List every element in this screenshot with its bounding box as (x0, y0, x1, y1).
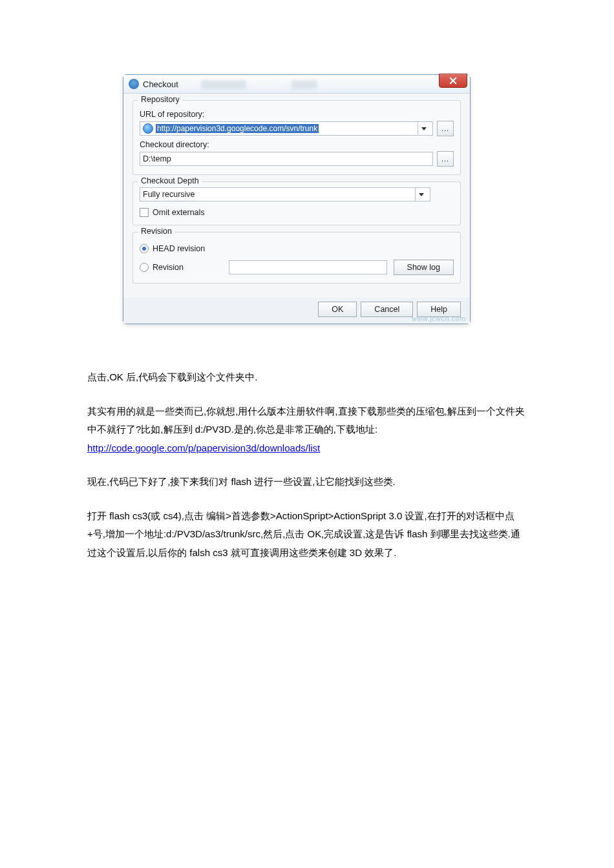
app-icon (129, 79, 139, 89)
depth-group-label: Checkout Depth (138, 176, 202, 185)
omit-externals-checkbox[interactable]: Omit externals (140, 208, 454, 217)
button-row: OK Cancel Help www.jcwcn.com (123, 298, 470, 324)
url-label: URL of repository: (140, 110, 454, 119)
radio-checked-icon (140, 244, 149, 253)
blur-decoration (201, 80, 246, 89)
window-title: Checkout (143, 79, 178, 89)
paragraph: 打开 flash cs3(或 cs4),点击 编辑>首选参数>ActionSpr… (87, 507, 527, 563)
browse-dir-button[interactable]: ... (437, 151, 454, 167)
paragraph: 点击,OK 后,代码会下载到这个文件夹中. (87, 368, 527, 387)
article-text: 点击,OK 后,代码会下载到这个文件夹中. 其实有用的就是一些类而已,你就想,用… (87, 368, 527, 562)
head-revision-label: HEAD revision (153, 244, 205, 253)
revision-group: Revision HEAD revision Revision Show log (132, 232, 461, 284)
browse-url-button[interactable]: ... (437, 121, 454, 136)
directory-value: D:\temp (143, 154, 171, 163)
depth-group: Checkout Depth Fully recursive Omit exte… (132, 181, 461, 225)
repository-group: Repository URL of repository: http://pap… (132, 100, 461, 175)
earth-icon (143, 123, 153, 134)
cancel-button[interactable]: Cancel (361, 302, 413, 317)
blur-decoration (291, 80, 317, 89)
titlebar[interactable]: Checkout (123, 75, 470, 94)
revision-label: Revision (153, 263, 184, 272)
revision-input[interactable] (229, 260, 387, 274)
show-log-button[interactable]: Show log (394, 260, 454, 275)
directory-input[interactable]: D:\temp (140, 152, 433, 166)
url-combo[interactable]: http://papervision3d.googlecode.com/svn/… (140, 121, 433, 136)
omit-externals-label: Omit externals (153, 208, 205, 217)
revision-radio[interactable]: Revision (140, 263, 184, 272)
dir-label: Checkout directory: (140, 140, 454, 149)
chevron-down-icon[interactable] (418, 122, 430, 135)
dialog-body: Repository URL of repository: http://pap… (123, 94, 470, 298)
close-icon (449, 77, 457, 85)
chevron-down-icon[interactable] (415, 188, 427, 201)
repository-group-label: Repository (138, 95, 182, 104)
ok-button[interactable]: OK (318, 302, 357, 317)
depth-combo[interactable]: Fully recursive (140, 187, 430, 202)
depth-value: Fully recursive (143, 190, 195, 199)
url-value: http://papervision3d.googlecode.com/svn/… (156, 124, 319, 133)
checkout-dialog: Checkout Repository URL of repository: h… (123, 74, 471, 324)
radio-icon (140, 263, 149, 272)
close-button[interactable] (439, 74, 467, 88)
download-link[interactable]: http://code.google.com/p/papervision3d/d… (87, 442, 320, 453)
revision-group-label: Revision (138, 227, 175, 236)
head-revision-radio[interactable]: HEAD revision (140, 244, 454, 253)
paragraph: 其实有用的就是一些类而已,你就想,用什么版本注册软件啊,直接下载那些类的压缩包,… (87, 402, 527, 458)
checkbox-icon (140, 208, 149, 217)
paragraph: 现在,代码已下好了,接下来我们对 flash 进行一些设置,让它能找到这些类. (87, 473, 527, 491)
watermark: www.jcwcn.com (412, 315, 466, 322)
